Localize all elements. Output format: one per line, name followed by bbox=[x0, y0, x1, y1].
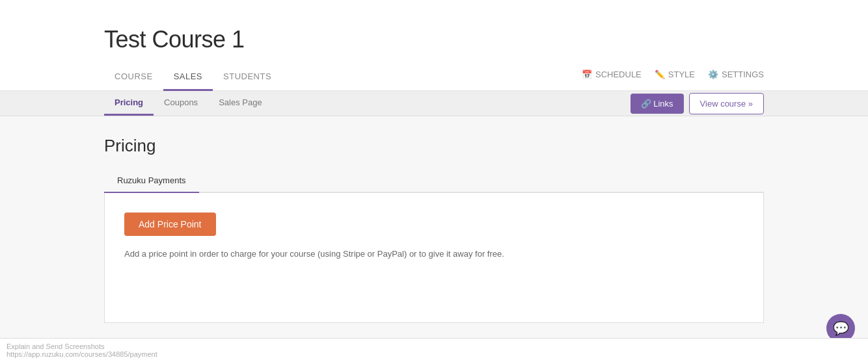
tab-ruzuku-payments[interactable]: Ruzuku Payments bbox=[104, 169, 199, 193]
style-label: STYLE bbox=[668, 70, 695, 79]
page-wrapper: Test Course 1 COURSE SALES STUDENTS 📅 SC… bbox=[0, 0, 868, 362]
secondary-nav: Pricing Coupons Sales Page bbox=[104, 91, 273, 116]
nav-action-schedule[interactable]: 📅 SCHEDULE bbox=[582, 70, 642, 79]
page-title: Pricing bbox=[104, 136, 764, 156]
secondary-nav-actions: 🔗 Links View course » bbox=[631, 93, 764, 114]
nav-item-students[interactable]: STUDENTS bbox=[213, 64, 282, 91]
nav-action-settings[interactable]: ⚙️ SETTINGS bbox=[708, 70, 764, 79]
subnav-pricing[interactable]: Pricing bbox=[104, 91, 154, 116]
schedule-label: SCHEDULE bbox=[595, 70, 642, 79]
primary-nav-right: 📅 SCHEDULE ✏️ STYLE ⚙️ SETTINGS bbox=[582, 70, 764, 84]
nav-item-sales[interactable]: SALES bbox=[163, 64, 213, 91]
subnav-coupons[interactable]: Coupons bbox=[154, 91, 208, 116]
secondary-nav-wrapper: Pricing Coupons Sales Page 🔗 Links View … bbox=[0, 91, 868, 116]
subnav-sales-page[interactable]: Sales Page bbox=[208, 91, 273, 116]
explain-label: Explain and Send Screenshots bbox=[7, 343, 104, 350]
bottom-bar: Explain and Send Screenshots https://app… bbox=[0, 338, 868, 362]
settings-label: SETTINGS bbox=[722, 70, 764, 79]
pricing-box: Add Price Point Add a price point in ord… bbox=[104, 193, 764, 323]
payment-tabs: Ruzuku Payments bbox=[104, 169, 764, 193]
primary-nav-left: COURSE SALES STUDENTS bbox=[104, 64, 282, 90]
add-price-point-button[interactable]: Add Price Point bbox=[124, 213, 216, 236]
settings-icon: ⚙️ bbox=[708, 70, 718, 79]
nav-item-course[interactable]: COURSE bbox=[104, 64, 163, 91]
course-title: Test Course 1 bbox=[104, 13, 764, 64]
primary-nav: COURSE SALES STUDENTS 📅 SCHEDULE ✏️ STYL… bbox=[104, 64, 764, 90]
footer-url: https://app.ruzuku.com/courses/34885/pay… bbox=[7, 350, 157, 358]
nav-action-style[interactable]: ✏️ STYLE bbox=[655, 70, 695, 79]
top-header: Test Course 1 COURSE SALES STUDENTS 📅 SC… bbox=[0, 0, 868, 91]
paint-icon: ✏️ bbox=[655, 70, 665, 79]
view-course-button[interactable]: View course » bbox=[689, 93, 764, 114]
main-content: Pricing Ruzuku Payments Add Price Point … bbox=[0, 116, 868, 343]
links-button[interactable]: 🔗 Links bbox=[631, 94, 684, 114]
calendar-icon: 📅 bbox=[582, 70, 592, 79]
chat-icon: 💬 bbox=[833, 320, 849, 336]
pricing-description: Add a price point in order to charge for… bbox=[124, 248, 744, 261]
